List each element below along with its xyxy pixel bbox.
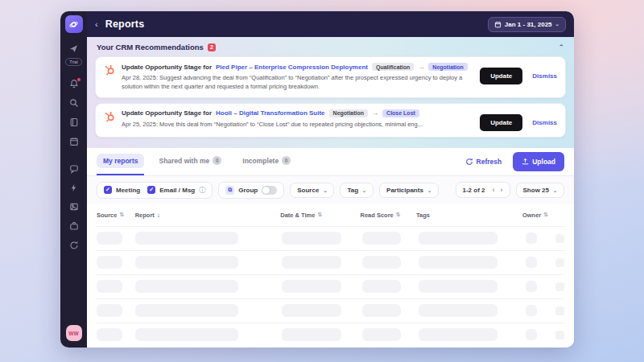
skeleton-cell [97, 280, 122, 293]
filter-row: ✓ Meeting ✓ Email / Msg ⓘ ⧉ Group Source… [87, 176, 574, 204]
email-msg-label: Email / Msg [159, 187, 195, 194]
skeleton-cell [555, 234, 564, 243]
recommendation-description: Apr 25, 2025: Move this deal from “Negot… [122, 120, 473, 129]
skeleton-cell [555, 282, 564, 291]
skeleton-cell [282, 232, 341, 245]
chevron-down-icon: ⌄ [362, 187, 366, 193]
table-row-skeleton [97, 323, 564, 347]
library-book-icon[interactable] [69, 117, 79, 127]
skeleton-cell [135, 280, 238, 293]
tab-label: Shared with me [159, 157, 209, 165]
skeleton-cell [526, 257, 537, 268]
page-size-dropdown[interactable]: Show 25 ⌄ [516, 183, 564, 198]
stage-from-badge: Negotiation [329, 109, 369, 117]
tab-shared-with-me[interactable]: Shared with me 0 [152, 148, 228, 175]
skeleton-cell [555, 306, 564, 315]
group-toggle[interactable] [262, 186, 277, 195]
type-filter-group: ✓ Meeting ✓ Email / Msg ⓘ [97, 182, 213, 199]
deal-link[interactable]: Hooli – Digital Transformation Suite [216, 109, 325, 117]
column-header-tags: Tags [416, 212, 522, 219]
recommendation-title: Update Opportunity Stage for [122, 109, 212, 117]
recommendation-title: Update Opportunity Stage for [122, 64, 212, 71]
sync-icon[interactable] [69, 241, 79, 250]
user-avatar[interactable]: WW [66, 325, 82, 341]
dismiss-button[interactable]: Dismiss [532, 72, 557, 80]
tab-label: My reports [103, 157, 138, 165]
briefcase-icon[interactable] [69, 221, 79, 231]
upload-button[interactable]: Upload [513, 152, 564, 171]
participants-dropdown[interactable]: Participants ⌄ [379, 183, 439, 198]
notifications-bell-icon[interactable] [69, 79, 79, 88]
skeleton-cell [282, 304, 341, 317]
skeleton-cell [135, 328, 238, 341]
tab-incomplete[interactable]: Incomplete 0 [236, 148, 297, 175]
tab-count-badge: 0 [213, 156, 221, 165]
skeleton-cell [526, 232, 537, 244]
source-dropdown[interactable]: Source ⌄ [290, 183, 334, 198]
recommendation-card: Update Opportunity Stage for Hooli – Dig… [95, 103, 566, 138]
recommendation-actions: Update Dismiss [480, 114, 557, 131]
gallery-icon[interactable] [69, 202, 79, 212]
chat-icon[interactable] [69, 164, 79, 174]
table-row-skeleton [97, 274, 564, 298]
skeleton-cell [97, 256, 122, 269]
app-window: Trial [60, 11, 574, 348]
calendar-icon[interactable] [69, 137, 79, 146]
deal-link[interactable]: Pied Piper – Enterprise Compression Depl… [216, 64, 368, 71]
search-icon[interactable] [69, 98, 79, 108]
tab-label: Incomplete [242, 157, 279, 165]
zap-icon[interactable] [69, 183, 78, 192]
skeleton-cell [135, 304, 238, 317]
stage-from-badge: Qualification [372, 63, 414, 71]
column-header-owner[interactable]: Owner⇅ [522, 212, 548, 219]
skeleton-cell [97, 328, 122, 341]
notification-dot [76, 77, 81, 82]
hubspot-icon [104, 64, 115, 76]
stage-to-badge: Negotiation [428, 63, 468, 71]
recommendation-description: Apr 28, 2025: Suggest advancing the deal… [122, 73, 473, 92]
pagination-label: 1-2 of 2 [463, 187, 485, 194]
column-header-read-score[interactable]: Read Score⇅ [360, 212, 415, 219]
update-button[interactable]: Update [480, 68, 522, 84]
table-row-skeleton [97, 226, 564, 250]
sort-icon: ⇅ [119, 212, 124, 218]
chevron-down-icon: ⌄ [553, 187, 557, 193]
prev-page-button[interactable]: ‹ [493, 186, 495, 194]
column-header-date-time[interactable]: Date & Time⇅ [280, 212, 360, 219]
date-range-button[interactable]: Jan 1 - 31, 2025 ⌄ [488, 17, 566, 32]
refresh-button[interactable]: Refresh [465, 148, 502, 175]
app-logo-icon[interactable] [65, 15, 83, 33]
tab-my-reports[interactable]: My reports [97, 148, 144, 175]
chevron-down-icon: ⌄ [555, 21, 559, 27]
chevron-down-icon: ⌄ [427, 187, 431, 193]
crm-recommendations-panel: Your CRM Recommendations 2 ⌃ Update Oppo… [87, 37, 574, 148]
reports-table: Source⇅ Report↓ Date & Time⇅ Read Score⇅… [87, 204, 574, 348]
refresh-icon [465, 158, 473, 166]
column-header-source[interactable]: Source⇅ [97, 212, 135, 219]
skeleton-cell [97, 304, 122, 317]
next-page-button[interactable]: › [501, 186, 503, 194]
refresh-label: Refresh [477, 158, 502, 166]
back-chevron-icon[interactable]: ‹ [95, 19, 98, 29]
dismiss-button[interactable]: Dismiss [532, 119, 557, 126]
column-header-report[interactable]: Report↓ [135, 212, 281, 219]
table-row-skeleton [97, 298, 564, 323]
assistant-send-icon[interactable] [69, 44, 78, 53]
email-msg-checkbox[interactable]: ✓ [147, 186, 155, 194]
skeleton-cell [135, 256, 238, 269]
recommendation-body: Update Opportunity Stage for Pied Piper … [122, 63, 473, 92]
recommendations-header: Your CRM Recommendations 2 ⌃ [87, 37, 574, 56]
hubspot-icon [104, 111, 115, 122]
skeleton-cell [135, 232, 238, 245]
pagination-pill: 1-2 of 2 ‹ › [456, 182, 510, 198]
chevron-up-icon[interactable]: ⌃ [558, 43, 564, 51]
meeting-checkbox[interactable]: ✓ [104, 186, 112, 194]
sort-icon: ⇅ [543, 212, 548, 218]
tag-dropdown[interactable]: Tag ⌄ [340, 183, 374, 198]
main-area: ‹ Reports Jan 1 - 31, 2025 ⌄ Your CRM Re… [87, 11, 574, 348]
upload-label: Upload [532, 158, 555, 166]
table-row-skeleton [97, 250, 564, 274]
skeleton-cell [362, 256, 401, 269]
group-icon: ⧉ [225, 186, 234, 195]
update-button[interactable]: Update [480, 114, 522, 131]
